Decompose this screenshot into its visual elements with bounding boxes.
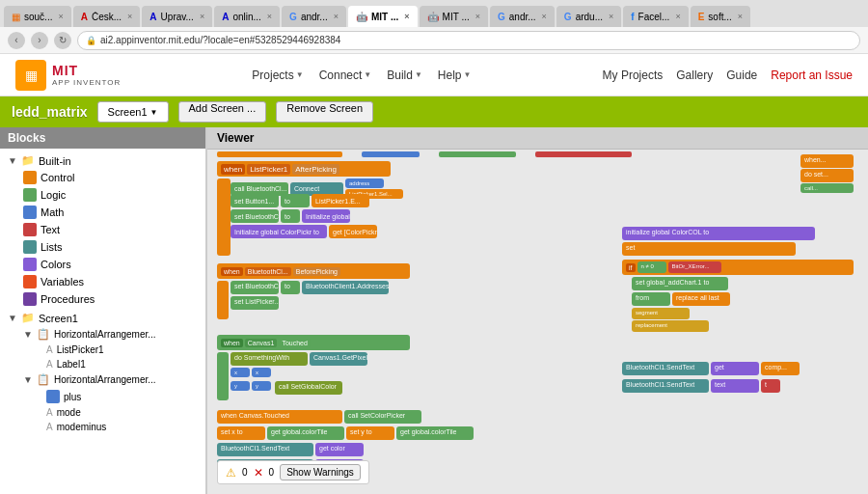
- mit-logo-text: MIT APP INVENTOR: [52, 63, 121, 87]
- tab-close-2[interactable]: ×: [127, 12, 132, 21]
- canvas-block-row1: do SomethingWith Canvas1.GetPixelColor: [231, 352, 367, 366]
- tree-plus[interactable]: plus: [42, 388, 205, 405]
- bottom-green-3: get global.colorTile: [396, 426, 474, 440]
- tab-3[interactable]: A Uprav... ×: [142, 6, 212, 27]
- tree-builtin-parent[interactable]: ▼ 📁 Built-in: [0, 152, 205, 169]
- right-orange-2: replace all last: [672, 292, 730, 306]
- tab-8[interactable]: G andr... ×: [490, 6, 555, 27]
- connect-arrow: ▼: [364, 70, 371, 79]
- tree-screen1-parent[interactable]: ▼ 📁 Screen1: [0, 310, 205, 326]
- canvas-y2: y: [252, 381, 271, 391]
- right-sendtext-2: BluetoothCl1.SendText text t: [622, 379, 854, 393]
- build-arrow: ▼: [415, 70, 422, 79]
- logo-icon: ▦: [15, 60, 46, 91]
- tree-lists[interactable]: Lists: [19, 238, 205, 256]
- canvas-teal-1: Canvas1.GetPixelColor: [310, 352, 367, 366]
- tab-6[interactable]: 🤖 MIT ... ×: [348, 6, 418, 27]
- tab-1[interactable]: ▦ souč... ×: [4, 6, 71, 27]
- mode-icon: A: [46, 407, 53, 418]
- right-set-1: set global_addChart.1 to: [632, 277, 728, 290]
- block-blue-1: address: [345, 178, 384, 188]
- block-group-3: when Canvas1 Touched do SomethingWith Ca…: [217, 335, 487, 402]
- help-arrow: ▼: [464, 70, 472, 79]
- gallery-link[interactable]: Gallery: [676, 69, 713, 82]
- canvas-x2: x: [252, 368, 271, 377]
- right-yellow-1: segment: [632, 308, 690, 319]
- show-warnings-button[interactable]: Show Warnings: [280, 464, 361, 480]
- guide-link[interactable]: Guide: [726, 69, 757, 82]
- block-group-2: when BluetoothCl... BeforePicking set Bl…: [217, 263, 545, 321]
- blocks-area: when ListPicker1 AfterPicking call Bluet…: [207, 150, 868, 494]
- ha1-folder-icon: 📋: [37, 328, 50, 341]
- nav-help[interactable]: Help ▼: [438, 69, 472, 82]
- tab-close-1[interactable]: ×: [58, 12, 63, 21]
- screen1-label: Screen1: [39, 313, 78, 324]
- projects-arrow: ▼: [296, 70, 304, 79]
- viewer-canvas[interactable]: when ListPicker1 AfterPicking call Bluet…: [207, 150, 868, 494]
- tree-math[interactable]: Math: [19, 204, 205, 221]
- screen-selector[interactable]: Screen1 ▼: [97, 101, 169, 123]
- tab-4[interactable]: A onlin... ×: [214, 6, 280, 27]
- tree-procedures[interactable]: Procedures: [19, 290, 205, 308]
- tab-9[interactable]: G ardu... ×: [556, 6, 621, 27]
- label1-icon: A: [46, 359, 53, 370]
- tab-close-4[interactable]: ×: [267, 12, 272, 21]
- tree-text[interactable]: Text: [19, 221, 205, 238]
- forward-button[interactable]: ›: [31, 32, 48, 49]
- right-if-block: if n ≠ 0 BitOr_XError...: [622, 260, 854, 275]
- nav-connect[interactable]: Connect ▼: [319, 69, 372, 82]
- tree-ha1-parent[interactable]: ▼ 📋 HorizontalArrangemer...: [19, 326, 205, 343]
- warning-bar: ⚠ 0 ✕ 0 Show Warnings: [217, 460, 369, 484]
- tab-11[interactable]: E soft... ×: [691, 6, 750, 27]
- canvas-block-row2: x x: [231, 368, 271, 377]
- browser-bar: ‹ › ↻ 🔒 ai2.appinventor.mit.edu/?locale=…: [0, 27, 868, 54]
- tab-5[interactable]: G andr... ×: [282, 6, 346, 27]
- report-link[interactable]: Report an Issue: [771, 69, 853, 82]
- tab-close-9[interactable]: ×: [609, 12, 613, 21]
- tree-logic[interactable]: Logic: [19, 186, 205, 204]
- tree-label1[interactable]: A Label1: [42, 357, 205, 371]
- tree-mode[interactable]: A mode: [42, 405, 205, 420]
- reload-button[interactable]: ↻: [54, 32, 71, 49]
- remove-screen-button[interactable]: Remove Screen: [276, 101, 373, 123]
- tree-listpicker1[interactable]: A ListPicker1: [42, 343, 205, 357]
- when-block-2: when BluetoothCl... BeforePicking: [217, 263, 410, 279]
- block-green-5: to: [281, 209, 300, 223]
- nav-projects[interactable]: Projects ▼: [252, 69, 303, 82]
- tab-close-11[interactable]: ×: [738, 12, 743, 21]
- block-group-right: initialize global ColorCOL to set if n ≠…: [622, 227, 863, 420]
- block-row-4: Initialize global ColorPickr to get [Col…: [231, 225, 377, 238]
- block-far-right: when... do set... call...: [800, 154, 858, 193]
- address-bar[interactable]: 🔒 ai2.appinventor.mit.edu/?locale=en#532…: [77, 31, 860, 50]
- bg2-green-1: set BluetoothCl...: [231, 281, 279, 294]
- tree-colors[interactable]: Colors: [19, 256, 205, 273]
- tab-close-10[interactable]: ×: [675, 12, 680, 21]
- tab-close-8[interactable]: ×: [542, 12, 547, 21]
- bottom-row-3: BluetoothCl1.SendText get color: [217, 443, 622, 456]
- tree-modeminus[interactable]: A modeminus: [42, 420, 205, 434]
- tree-control[interactable]: Control: [19, 169, 205, 186]
- add-screen-button[interactable]: Add Screen ...: [178, 101, 267, 123]
- when-block-1: when ListPicker1 AfterPicking: [217, 161, 391, 177]
- back-button[interactable]: ‹: [8, 32, 25, 49]
- tab-close-6[interactable]: ×: [404, 12, 409, 21]
- tab-7[interactable]: 🤖 MIT ... ×: [420, 6, 488, 27]
- blocks-header: Blocks: [0, 127, 205, 149]
- error-icon: ✕: [254, 466, 263, 480]
- tab-10[interactable]: f Facel... ×: [623, 6, 688, 27]
- tab-2[interactable]: A Česk... ×: [73, 6, 141, 27]
- tab-close-3[interactable]: ×: [200, 12, 204, 21]
- tab-close-7[interactable]: ×: [475, 12, 480, 21]
- colors-color: [23, 258, 37, 271]
- right-orange-1: set: [622, 242, 796, 256]
- tab-close-5[interactable]: ×: [334, 12, 339, 21]
- bottom-green-2: get global.colorTile: [267, 426, 344, 440]
- modeminus-icon: A: [46, 422, 53, 432]
- nav-build[interactable]: Build ▼: [387, 69, 422, 82]
- block-orange-2: ListPicker1.E...: [312, 194, 369, 207]
- my-projects-link[interactable]: My Projects: [603, 69, 664, 82]
- project-bar: ledd_matrix Screen1 ▼ Add Screen ... Rem…: [0, 96, 868, 127]
- blocks-panel: Blocks ▼ 📁 Built-in Control Logic: [0, 127, 207, 494]
- tree-variables[interactable]: Variables: [19, 273, 205, 290]
- tree-ha2-parent[interactable]: ▼ 📋 HorizontalArrangemer...: [19, 371, 205, 388]
